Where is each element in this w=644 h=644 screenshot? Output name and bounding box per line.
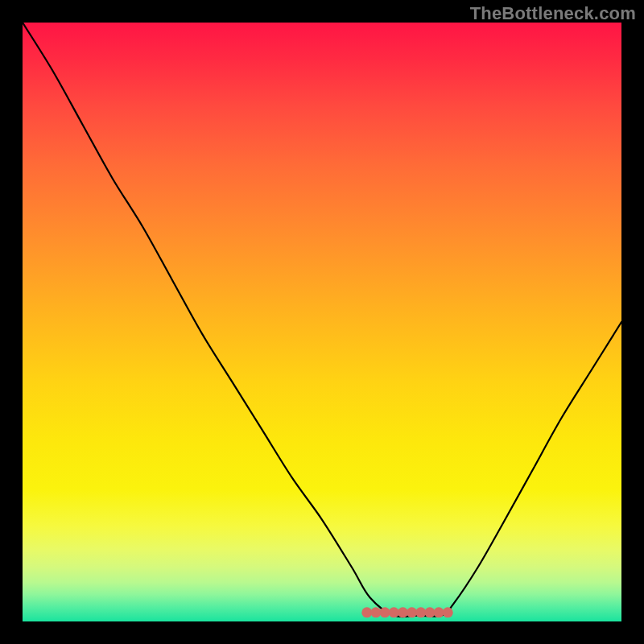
valley-dot	[370, 607, 381, 617]
valley-dot	[380, 607, 390, 617]
valley-dot	[361, 607, 372, 617]
valley-dot	[434, 607, 444, 617]
valley-dot	[389, 607, 399, 617]
valley-dot	[424, 607, 435, 617]
valley-dot	[407, 607, 417, 617]
chart-container: TheBottleneck.com	[0, 0, 644, 644]
watermark-text: TheBottleneck.com	[470, 3, 636, 24]
valley-dot	[415, 607, 426, 617]
valley-dot	[443, 607, 453, 617]
valley-dot	[398, 607, 408, 617]
bottleneck-curve	[23, 23, 621, 621]
